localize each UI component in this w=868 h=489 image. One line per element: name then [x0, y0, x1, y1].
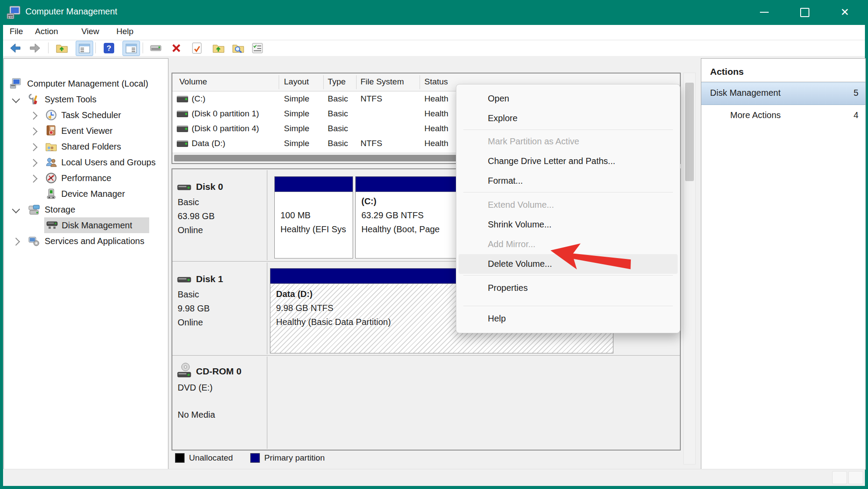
divider: [701, 81, 865, 82]
tree-item-device-manager[interactable]: Device Manager: [4, 186, 168, 202]
actions-item-disk-management[interactable]: Disk Management 5: [701, 82, 865, 105]
search-button[interactable]: [230, 41, 246, 55]
context-menu-item-open[interactable]: Open: [456, 89, 680, 108]
context-menu-item-extend-volume[interactable]: Extend Volume...: [456, 195, 680, 215]
actions-item-more-actions[interactable]: More Actions 4: [701, 105, 865, 126]
partition-status: Healthy (EFI Sys: [280, 224, 351, 238]
tree-item-disk-management[interactable]: Disk Management: [44, 217, 149, 233]
menu-action[interactable]: Action: [35, 27, 58, 36]
maximize-button[interactable]: [789, 0, 820, 24]
column-separator[interactable]: [279, 75, 279, 89]
tree-item-local-users-and-groups[interactable]: Local Users and Groups: [4, 154, 168, 170]
chevron-right-icon[interactable]: [29, 143, 37, 151]
context-menu-item-explore[interactable]: Explore: [456, 108, 680, 128]
menu-glyph[interactable]: 4: [854, 110, 858, 120]
show-console-tree-toggle[interactable]: [76, 41, 93, 56]
disk-kind: Basic: [178, 197, 199, 207]
chevron-right-icon[interactable]: [29, 159, 37, 167]
context-menu-separator: [463, 306, 673, 306]
column-separator[interactable]: [323, 75, 324, 89]
context-menu-item-format[interactable]: Format...: [456, 171, 680, 191]
folder-up-icon: [56, 42, 68, 53]
show-action-pane-toggle[interactable]: [122, 41, 140, 56]
chevron-right-icon[interactable]: [29, 112, 37, 119]
column-header-volume[interactable]: Volume: [179, 77, 207, 87]
chevron-right-icon[interactable]: [12, 238, 20, 245]
tree-item-storage[interactable]: Storage: [4, 202, 168, 217]
volume-name: Data (D:): [192, 136, 277, 151]
context-menu-item-mark-partition-active[interactable]: Mark Partition as Active: [456, 132, 680, 151]
delete-button[interactable]: [168, 41, 185, 55]
tree-item-computer-management[interactable]: Computer Management (Local): [4, 76, 168, 91]
up-one-level-button[interactable]: [53, 41, 70, 55]
column-separator[interactable]: [420, 75, 420, 89]
volume-layout: Simple: [284, 136, 309, 151]
context-menu-item-properties[interactable]: Properties: [456, 278, 680, 298]
scrollbar-thumb[interactable]: [685, 83, 694, 181]
scrollbar-thumb[interactable]: [174, 155, 478, 161]
context-menu-separator: [463, 192, 673, 192]
tree-item-event-viewer[interactable]: Event Viewer: [4, 123, 168, 139]
column-header-type[interactable]: Type: [328, 77, 346, 87]
column-header-file-system[interactable]: File System: [360, 77, 404, 87]
expand-glyph[interactable]: 5: [854, 88, 858, 98]
chevron-right-icon[interactable]: [29, 175, 37, 182]
context-menu-item-change-drive-letter[interactable]: Change Drive Letter and Paths...: [456, 151, 680, 171]
disk-title: Disk 1: [196, 274, 223, 284]
tree-item-performance[interactable]: Performance: [4, 170, 168, 186]
disk0-label[interactable]: Disk 0 Basic 63.98 GB Online: [173, 170, 267, 260]
toolbar-separator: [48, 42, 49, 53]
menu-file[interactable]: File: [10, 27, 23, 36]
column-separator[interactable]: [356, 75, 357, 89]
tools-icon: [28, 94, 39, 107]
disk-state: Online: [178, 318, 203, 328]
minimize-button[interactable]: [749, 0, 780, 24]
checklist-icon: [252, 43, 263, 53]
tree-item-shared-folders[interactable]: Shared Folders: [4, 139, 168, 154]
volume-layout: Simple: [284, 91, 309, 106]
action-pane-icon: [126, 44, 137, 53]
volume-icon: [177, 140, 188, 147]
resize-grip[interactable]: [848, 471, 863, 484]
close-button[interactable]: ✕: [830, 0, 860, 24]
column-header-layout[interactable]: Layout: [284, 77, 309, 87]
tree-item-system-tools[interactable]: System Tools: [4, 91, 168, 107]
chevron-down-icon[interactable]: [12, 205, 20, 213]
export-list-button[interactable]: [210, 41, 227, 55]
properties-list-button[interactable]: [249, 41, 266, 55]
chevron-down-icon[interactable]: [12, 95, 20, 103]
context-menu-item-add-mirror[interactable]: Add Mirror...: [456, 234, 680, 254]
context-menu-item-shrink-volume[interactable]: Shrink Volume...: [456, 215, 680, 234]
tree-item-services-and-applications[interactable]: Services and Applications: [4, 233, 168, 249]
help-icon: ?: [104, 43, 114, 53]
partition-name: [280, 196, 351, 210]
actions-item-label: Disk Management: [710, 88, 780, 98]
volume-status: Health: [424, 91, 458, 106]
volume-type: Basic: [328, 106, 348, 121]
partition-efi[interactable]: 100 MB Healthy (EFI Sys: [274, 192, 353, 258]
disk-icon: [46, 220, 58, 233]
context-menu-item-delete-volume[interactable]: Delete Volume...: [458, 254, 678, 274]
vertical-scrollbar[interactable]: [683, 73, 696, 465]
refresh-disk-button[interactable]: [147, 41, 164, 55]
back-button[interactable]: [7, 41, 24, 55]
computer-icon: [10, 77, 22, 92]
volume-fs: NTFS: [360, 91, 382, 106]
toolbar-separator: [95, 42, 96, 53]
disk-kind: Basic: [178, 290, 199, 300]
disk1-label[interactable]: Disk 1 Basic 9.98 GB Online: [173, 262, 267, 354]
check-document-icon: [192, 42, 202, 54]
actions-pane: Actions Disk Management 5 More Actions 4: [701, 58, 866, 470]
menu-help[interactable]: Help: [116, 27, 133, 36]
help-button[interactable]: ?: [101, 41, 117, 55]
validate-button[interactable]: [189, 41, 205, 55]
folder-export-icon: [213, 42, 224, 53]
chevron-right-icon[interactable]: [29, 127, 37, 135]
partition-color-bar: [274, 176, 353, 192]
tree-item-task-scheduler[interactable]: Task Scheduler: [4, 107, 168, 123]
menu-view[interactable]: View: [81, 27, 99, 36]
column-header-status[interactable]: Status: [424, 77, 448, 87]
cdrom-label[interactable]: CD-ROM 0 DVD (E:) No Media: [173, 356, 267, 449]
forward-button[interactable]: [27, 41, 43, 55]
context-menu-item-help[interactable]: Help: [456, 309, 680, 328]
